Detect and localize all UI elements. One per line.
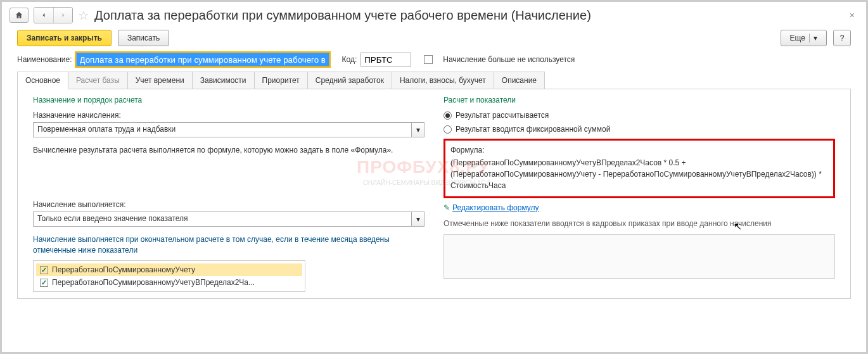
purpose-label: Назначение начисления: <box>33 111 424 120</box>
radio-calculated-label: Результат рассчитывается <box>456 111 549 120</box>
tab-bar: Основное Расчет базы Учет времени Зависи… <box>17 72 851 89</box>
more-button[interactable]: Еще▾ <box>781 30 827 46</box>
radio-fixed-label: Результат вводится фиксированной суммой <box>456 125 610 134</box>
save-button[interactable]: Записать <box>118 30 169 46</box>
code-label: Код: <box>342 55 357 64</box>
indicators-empty-list[interactable] <box>444 234 835 279</box>
indicator-label-1: ПереработаноПоСуммированномуУчетуВПредел… <box>52 278 255 287</box>
indicators-list: ✓ ПереработаноПоСуммированномуУчету ✓ Пе… <box>33 260 305 292</box>
purpose-dropdown-button[interactable]: ▾ <box>412 122 424 137</box>
home-button[interactable] <box>10 8 29 23</box>
indicator-check-0[interactable]: ✓ <box>40 266 48 274</box>
indicator-check-1[interactable]: ✓ <box>40 279 48 287</box>
indicator-row-1[interactable]: ✓ ПереработаноПоСуммированномуУчетуВПред… <box>36 276 302 289</box>
tab-average[interactable]: Средний заработок <box>307 72 392 89</box>
pencil-icon: ✎ <box>444 203 450 212</box>
tab-base[interactable]: Расчет базы <box>68 72 128 89</box>
formula-box: Формула: (ПереработаноПоСуммированномуУч… <box>444 139 835 198</box>
exec-select[interactable]: Только если введено значение показателя <box>33 212 412 227</box>
tab-description[interactable]: Описание <box>494 72 545 89</box>
close-button[interactable]: × <box>846 10 858 20</box>
window-title: Доплата за переработки при суммированном… <box>94 8 591 23</box>
not-used-checkbox[interactable] <box>424 55 433 64</box>
exec-label: Начисление выполняется: <box>33 200 424 209</box>
tab-main[interactable]: Основное <box>17 72 68 89</box>
calc-description: Вычисление результата расчета выполняетс… <box>33 145 424 156</box>
exec-dropdown-button[interactable]: ▾ <box>412 212 424 227</box>
favorite-star-icon[interactable]: ☆ <box>78 8 89 23</box>
tab-priority[interactable]: Приоритет <box>254 72 308 89</box>
tab-time[interactable]: Учет времени <box>127 72 193 89</box>
exec-note: Начисление выполняется при окончательном… <box>33 234 424 256</box>
code-input[interactable] <box>361 53 411 66</box>
edit-formula-link[interactable]: Редактировать формулу <box>452 203 539 212</box>
name-label: Наименование: <box>17 55 72 64</box>
tab-taxes[interactable]: Налоги, взносы, бухучет <box>392 72 494 89</box>
back-button[interactable] <box>34 8 53 23</box>
indicator-row-0[interactable]: ✓ ПереработаноПоСуммированномуУчету <box>36 263 302 276</box>
formula-label: Формула: <box>450 146 828 155</box>
name-input[interactable] <box>76 53 329 66</box>
left-section-title: Назначение и порядок расчета <box>33 96 424 104</box>
save-and-close-button[interactable]: Записать и закрыть <box>17 30 112 46</box>
not-used-label: Начисление больше не используется <box>443 55 575 64</box>
purpose-select[interactable]: Повременная оплата труда и надбавки <box>33 122 412 137</box>
radio-fixed[interactable] <box>444 125 452 134</box>
tab-deps[interactable]: Зависимости <box>192 72 255 89</box>
right-section-title: Расчет и показатели <box>444 96 835 104</box>
help-button[interactable]: ? <box>833 30 851 46</box>
radio-calculated[interactable] <box>444 111 452 120</box>
forward-button[interactable] <box>53 8 72 23</box>
indicators-note: Отмеченные ниже показатели вводятся в ка… <box>444 218 835 229</box>
indicator-label-0: ПереработаноПоСуммированномуУчету <box>52 265 195 274</box>
formula-text: (ПереработаноПоСуммированномуУчетуВПреде… <box>450 157 828 191</box>
